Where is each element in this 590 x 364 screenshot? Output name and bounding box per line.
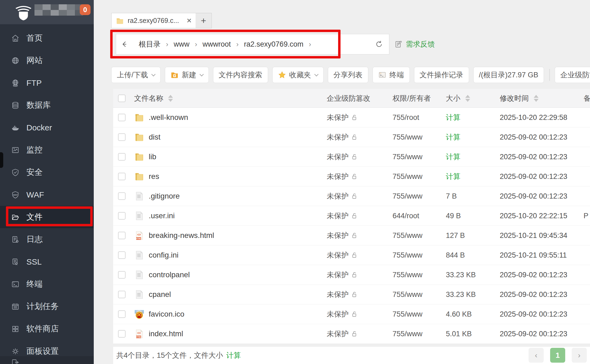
file-name[interactable]: dist bbox=[149, 133, 161, 141]
sidebar-item-terminal[interactable]: 终端 bbox=[0, 273, 94, 295]
table-row[interactable]: config.ini 未保护 755/www 844 B 2025-10-21 … bbox=[113, 245, 590, 265]
file-tab[interactable]: ra2.sexy0769.c... ✕ bbox=[111, 13, 196, 28]
edge-handle[interactable] bbox=[0, 152, 3, 168]
add-tab-button[interactable]: + bbox=[196, 13, 212, 28]
row-checkbox[interactable] bbox=[118, 153, 126, 161]
tamper-proof-button[interactable]: 企业级防篡改 bbox=[555, 67, 590, 83]
share-list-button[interactable]: 分享列表 bbox=[328, 67, 368, 83]
row-checkbox[interactable] bbox=[118, 291, 126, 298]
breadcrumb-root[interactable]: 根目录 bbox=[139, 39, 161, 49]
protect-status[interactable]: 未保护 bbox=[327, 172, 349, 181]
sidebar-item-clipped[interactable] bbox=[0, 356, 94, 364]
upload-download-button[interactable]: 上传/下载 bbox=[111, 67, 161, 83]
row-checkbox[interactable] bbox=[118, 173, 126, 180]
table-row[interactable]: .user.ini 未保护 644/root 49 B 2025-10-20 2… bbox=[113, 206, 590, 226]
protect-status[interactable]: 未保护 bbox=[327, 270, 349, 280]
file-name[interactable]: res bbox=[149, 172, 159, 181]
column-header-name[interactable]: 文件名称 bbox=[133, 93, 318, 103]
path-search-input[interactable] bbox=[334, 34, 369, 54]
prev-page-button[interactable]: ‹ bbox=[529, 348, 544, 363]
breadcrumb-site[interactable]: ra2.sexy0769.com bbox=[244, 40, 304, 48]
protect-status[interactable]: 未保护 bbox=[327, 211, 349, 221]
row-checkbox[interactable] bbox=[118, 271, 126, 279]
table-row[interactable]: dist 未保护 755/www 计算 2025-09-02 00:12:23 bbox=[113, 127, 590, 147]
file-operations-button[interactable]: 文件操作记录 bbox=[414, 67, 469, 83]
sidebar-item-cron[interactable]: 计划任务 bbox=[0, 295, 94, 318]
compute-total-link[interactable]: 计算 bbox=[226, 351, 241, 360]
row-checkbox[interactable] bbox=[118, 251, 126, 259]
sidebar-item-appstore[interactable]: 软件商店 bbox=[0, 318, 94, 340]
compute-size-link[interactable]: 计算 bbox=[446, 132, 460, 142]
terminal-button[interactable]: 终端 bbox=[373, 67, 410, 83]
row-checkbox[interactable] bbox=[118, 310, 126, 318]
current-page-button[interactable]: 1 bbox=[550, 348, 565, 363]
protect-status[interactable]: 未保护 bbox=[327, 132, 349, 142]
protect-status[interactable]: 未保护 bbox=[327, 250, 349, 260]
file-name[interactable]: controlpanel bbox=[149, 271, 190, 279]
close-tab-icon[interactable]: ✕ bbox=[186, 17, 192, 25]
disk-usage-button[interactable]: /(根目录)27.97 GB bbox=[473, 67, 544, 83]
feedback-link[interactable]: 需求反馈 bbox=[394, 34, 435, 54]
sidebar-item-home[interactable]: 首页 bbox=[0, 27, 94, 49]
new-button[interactable]: 新建 bbox=[165, 67, 209, 83]
compute-size-link[interactable]: 计算 bbox=[446, 172, 460, 181]
sidebar-item-ssl[interactable]: SSL bbox=[0, 251, 94, 273]
file-name[interactable]: cpanel bbox=[149, 290, 171, 299]
compute-size-link[interactable]: 计算 bbox=[446, 152, 460, 162]
protect-status[interactable]: 未保护 bbox=[327, 231, 349, 240]
protect-status[interactable]: 未保护 bbox=[327, 152, 349, 162]
row-checkbox[interactable] bbox=[118, 133, 126, 141]
refresh-button[interactable] bbox=[369, 34, 389, 54]
protect-status[interactable]: 未保护 bbox=[327, 113, 349, 122]
compute-size-link[interactable]: 计算 bbox=[446, 113, 460, 122]
table-row[interactable]: controlpanel 未保护 755/www 33.23 KB 2025-0… bbox=[113, 265, 590, 285]
file-name[interactable]: config.ini bbox=[149, 251, 179, 259]
sidebar-item-waf[interactable]: WAF bbox=[0, 183, 94, 206]
sidebar-item-website[interactable]: 网站 bbox=[0, 49, 94, 72]
sidebar-item-security[interactable]: 安全 bbox=[0, 161, 94, 183]
table-row[interactable]: cpanel 未保护 755/www 33.23 KB 2025-09-02 0… bbox=[113, 285, 590, 304]
row-checkbox[interactable] bbox=[118, 114, 126, 121]
next-page-button[interactable]: › bbox=[572, 348, 587, 363]
table-row[interactable]: res 未保护 755/www 计算 2025-09-02 00:12:23 bbox=[113, 167, 590, 186]
file-name[interactable]: .well-known bbox=[149, 113, 188, 122]
sidebar-item-database[interactable]: 数据库 bbox=[0, 94, 94, 116]
row-checkbox[interactable] bbox=[118, 192, 126, 200]
file-name[interactable]: lib bbox=[149, 152, 156, 161]
protect-status[interactable]: 未保护 bbox=[327, 309, 349, 319]
table-row[interactable]: index.html 未保护 755/www 5.01 KB 2025-09-0… bbox=[113, 324, 590, 344]
back-button[interactable] bbox=[116, 34, 133, 54]
favorites-button[interactable]: 收藏夹 bbox=[272, 67, 324, 83]
table-row[interactable]: breaking-news.html 未保护 755/www 127 B 202… bbox=[113, 226, 590, 245]
breadcrumb-wwwroot[interactable]: wwwroot bbox=[203, 40, 231, 48]
table-row[interactable]: .gitignore 未保护 755/www 7 B 2025-09-02 00… bbox=[113, 186, 590, 206]
row-checkbox[interactable] bbox=[118, 212, 126, 220]
sidebar-item-files[interactable]: 文件 bbox=[0, 206, 94, 228]
column-header-size[interactable]: 大小 bbox=[442, 93, 496, 103]
table-row[interactable]: favicon.ico 未保护 755/www 4.60 KB 2025-09-… bbox=[113, 304, 590, 324]
column-header-mtime[interactable]: 修改时间 bbox=[496, 93, 572, 103]
protect-status[interactable]: 未保护 bbox=[327, 290, 349, 299]
breadcrumb-www[interactable]: www bbox=[174, 40, 190, 48]
select-all-checkbox[interactable] bbox=[118, 95, 126, 102]
protect-status[interactable]: 未保护 bbox=[327, 191, 349, 201]
file-name[interactable]: index.html bbox=[149, 330, 183, 338]
notification-badge[interactable]: 0 bbox=[80, 4, 91, 15]
file-name[interactable]: .user.ini bbox=[149, 212, 175, 220]
sort-icon[interactable] bbox=[465, 95, 470, 102]
sidebar-item-logs[interactable]: 日志 bbox=[0, 228, 94, 251]
table-row[interactable]: lib 未保护 755/www 计算 2025-09-02 00:12:23 bbox=[113, 147, 590, 167]
sidebar-item-docker[interactable]: Docker bbox=[0, 116, 94, 139]
row-checkbox[interactable] bbox=[118, 232, 126, 239]
sort-icon[interactable] bbox=[534, 95, 539, 102]
sidebar-item-ftp[interactable]: FTP bbox=[0, 72, 94, 94]
protect-status[interactable]: 未保护 bbox=[327, 329, 349, 339]
row-checkbox[interactable] bbox=[118, 330, 126, 338]
sort-icon[interactable] bbox=[168, 95, 173, 102]
sidebar-item-monitor[interactable]: 监控 bbox=[0, 139, 94, 161]
table-row[interactable]: .well-known 未保护 755/root 计算 2025-10-20 2… bbox=[113, 108, 590, 127]
file-name[interactable]: favicon.ico bbox=[149, 310, 184, 318]
file-name[interactable]: .gitignore bbox=[149, 192, 180, 200]
file-name[interactable]: breaking-news.html bbox=[149, 231, 214, 240]
content-search-button[interactable]: 文件内容搜索 bbox=[213, 67, 268, 83]
